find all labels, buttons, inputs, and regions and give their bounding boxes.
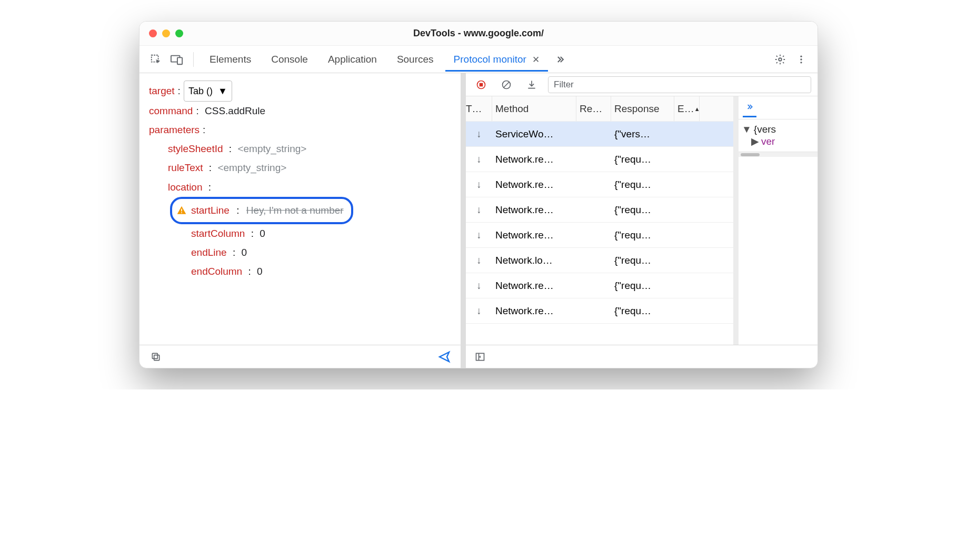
target-select[interactable]: Tab () ▼ bbox=[184, 81, 232, 102]
protocol-log-pane: Filter T… Method Re… Response E…▲ ↓ Serv… bbox=[466, 73, 818, 368]
table-row[interactable]: ↓ Network.re… {"requ… bbox=[466, 298, 733, 324]
command-label: command bbox=[149, 102, 193, 121]
download-button[interactable] bbox=[523, 76, 541, 94]
svg-point-5 bbox=[800, 58, 802, 60]
parameters-label: parameters bbox=[149, 121, 200, 139]
copy-icon[interactable] bbox=[147, 348, 165, 366]
table-row[interactable]: ↓ Network.re… {"requ… bbox=[466, 147, 733, 172]
log-toolbar: Filter bbox=[466, 73, 818, 96]
cell-method: Network.re… bbox=[492, 229, 576, 241]
titlebar: DevTools - www.google.com/ bbox=[139, 22, 818, 46]
param-startline-value[interactable]: Hey, I'm not a number bbox=[246, 201, 344, 220]
param-location-key: location bbox=[168, 178, 203, 197]
direction-icon: ↓ bbox=[466, 305, 492, 317]
filter-placeholder: Filter bbox=[554, 79, 574, 90]
param-endline-key: endLine bbox=[191, 243, 227, 262]
svg-rect-10 bbox=[152, 353, 157, 358]
cell-response: {"requ… bbox=[611, 154, 674, 165]
table-row[interactable]: ↓ Network.re… {"requ… bbox=[466, 197, 733, 223]
table-row[interactable]: ↓ Network.re… {"requ… bbox=[466, 273, 733, 298]
editor-footer bbox=[139, 345, 461, 368]
direction-icon: ↓ bbox=[466, 179, 492, 191]
command-editor-pane: target: Tab () ▼ command: CSS.addRule pa… bbox=[139, 73, 466, 368]
param-endcolumn-value[interactable]: 0 bbox=[257, 262, 263, 281]
svg-point-3 bbox=[779, 58, 782, 61]
param-startcolumn-value[interactable]: 0 bbox=[260, 224, 265, 243]
cell-response: {"requ… bbox=[611, 255, 674, 266]
filter-input[interactable]: Filter bbox=[548, 76, 811, 93]
kebab-menu-icon[interactable] bbox=[792, 51, 810, 68]
param-endline-value[interactable]: 0 bbox=[241, 243, 247, 262]
zoom-window-button[interactable] bbox=[175, 29, 183, 37]
inspect-icon[interactable] bbox=[147, 51, 165, 68]
param-ruletext-value[interactable]: <empty_string> bbox=[217, 158, 286, 177]
cell-method: ServiceWo… bbox=[492, 128, 576, 140]
col-request[interactable]: Re… bbox=[576, 96, 611, 121]
cell-method: Network.re… bbox=[492, 280, 576, 292]
scrollbar[interactable] bbox=[739, 152, 818, 157]
window-title: DevTools - www.google.com/ bbox=[139, 28, 818, 39]
devtools-window: DevTools - www.google.com/ Elements Cons… bbox=[139, 21, 818, 368]
command-editor: target: Tab () ▼ command: CSS.addRule pa… bbox=[139, 73, 461, 345]
svg-rect-9 bbox=[154, 355, 160, 360]
toggle-drawer-icon[interactable] bbox=[471, 348, 489, 366]
record-button[interactable] bbox=[472, 76, 490, 94]
tab-protocol-monitor[interactable]: Protocol monitor ✕ bbox=[445, 47, 549, 72]
startline-error-highlight: startLine : Hey, I'm not a number bbox=[170, 197, 353, 224]
table-row[interactable]: ↓ Network.lo… {"requ… bbox=[466, 248, 733, 273]
direction-icon: ↓ bbox=[466, 154, 492, 165]
device-toggle-icon[interactable] bbox=[168, 51, 186, 68]
more-tabs-icon[interactable] bbox=[743, 98, 756, 117]
content-area: target: Tab () ▼ command: CSS.addRule pa… bbox=[139, 73, 818, 368]
minimize-window-button[interactable] bbox=[162, 29, 170, 37]
more-tabs-icon[interactable] bbox=[551, 51, 569, 68]
log-grid: T… Method Re… Response E…▲ ↓ ServiceWo… … bbox=[466, 96, 733, 345]
right-footer bbox=[466, 345, 818, 368]
tab-label: Protocol monitor bbox=[454, 54, 526, 65]
param-startcolumn-key: startColumn bbox=[191, 224, 245, 243]
tree-root[interactable]: ▼{vers bbox=[742, 124, 814, 135]
cell-response: {"requ… bbox=[611, 179, 674, 191]
svg-point-6 bbox=[800, 62, 802, 63]
tab-console[interactable]: Console bbox=[263, 47, 316, 72]
cell-method: Network.re… bbox=[492, 305, 576, 317]
svg-rect-7 bbox=[181, 208, 182, 211]
divider bbox=[193, 52, 194, 67]
tab-elements[interactable]: Elements bbox=[201, 47, 260, 72]
clear-button[interactable] bbox=[497, 76, 515, 94]
param-stylesheetid-key: styleSheetId bbox=[168, 139, 223, 158]
command-value[interactable]: CSS.addRule bbox=[205, 102, 265, 121]
warning-icon bbox=[176, 205, 187, 216]
settings-icon[interactable] bbox=[771, 51, 789, 68]
param-ruletext-key: ruleText bbox=[168, 158, 203, 177]
target-label: target bbox=[149, 82, 175, 101]
col-response[interactable]: Response bbox=[611, 96, 674, 121]
close-window-button[interactable] bbox=[149, 29, 157, 37]
tab-sources[interactable]: Sources bbox=[388, 47, 442, 72]
col-type[interactable]: T… bbox=[466, 96, 492, 121]
chevron-down-icon: ▼ bbox=[218, 82, 227, 100]
traffic-lights bbox=[149, 29, 183, 37]
table-row[interactable]: ↓ Network.re… {"requ… bbox=[466, 223, 733, 248]
tree-body: ▼{vers ▶ver bbox=[739, 119, 818, 152]
tree-child[interactable]: ▶ver bbox=[742, 135, 814, 147]
tab-application[interactable]: Application bbox=[320, 47, 385, 72]
cell-method: Network.re… bbox=[492, 154, 576, 165]
cell-response: {"requ… bbox=[611, 305, 674, 317]
cell-response: {"requ… bbox=[611, 280, 674, 292]
direction-icon: ↓ bbox=[466, 255, 492, 266]
table-row[interactable]: ↓ Network.re… {"requ… bbox=[466, 172, 733, 197]
direction-icon: ↓ bbox=[466, 204, 492, 216]
close-tab-icon[interactable]: ✕ bbox=[532, 55, 540, 65]
param-stylesheetid-value[interactable]: <empty_string> bbox=[237, 139, 306, 158]
send-button[interactable] bbox=[435, 348, 453, 366]
cell-method: Network.re… bbox=[492, 179, 576, 191]
cell-method: Network.lo… bbox=[492, 255, 576, 266]
table-row[interactable]: ↓ ServiceWo… {"vers… bbox=[466, 122, 733, 147]
svg-rect-12 bbox=[480, 83, 483, 86]
svg-rect-8 bbox=[181, 212, 182, 213]
collapse-icon[interactable]: ▼ bbox=[742, 124, 752, 135]
expand-icon[interactable]: ▶ bbox=[751, 136, 759, 147]
col-elapsed[interactable]: E…▲ bbox=[674, 96, 700, 121]
col-method[interactable]: Method bbox=[492, 96, 576, 121]
